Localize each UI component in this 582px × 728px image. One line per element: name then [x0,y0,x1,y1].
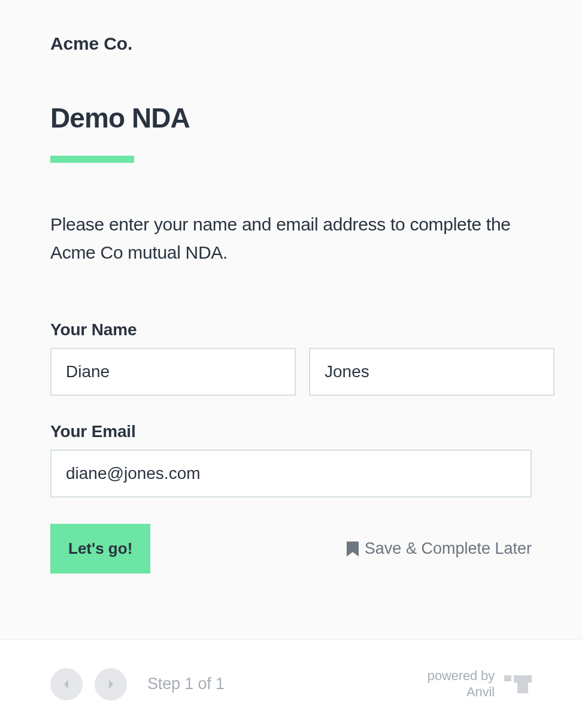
accent-divider [50,156,134,163]
footer-right: powered by Anvil [428,668,532,700]
page-title: Demo NDA [50,102,532,134]
step-indicator: Step 1 of 1 [147,675,225,693]
email-label: Your Email [50,422,532,441]
submit-button[interactable]: Let's go! [50,524,150,574]
chevron-right-icon [106,678,116,690]
email-input[interactable] [50,450,532,498]
name-label: Your Name [50,320,532,339]
anvil-logo-icon [504,675,532,693]
company-name: Acme Co. [50,34,532,54]
last-name-input[interactable] [309,348,554,396]
action-row: Let's go! Save & Complete Later [50,524,532,574]
svg-rect-0 [504,675,511,681]
powered-by-line2: Anvil [428,684,495,700]
footer: Step 1 of 1 powered by Anvil [0,639,582,728]
powered-by-text: powered by Anvil [428,668,495,700]
chevron-left-icon [62,678,71,690]
prev-step-button[interactable] [50,668,83,700]
name-field-group: Your Name [50,320,532,396]
first-name-input[interactable] [50,348,296,396]
powered-by-line1: powered by [428,668,495,684]
next-step-button[interactable] [95,668,127,700]
main-content: Acme Co. Demo NDA Please enter your name… [0,0,582,639]
save-later-button[interactable]: Save & Complete Later [347,539,532,558]
save-later-label: Save & Complete Later [365,539,532,558]
name-row [50,348,532,396]
email-field-group: Your Email [50,422,532,498]
instructions-text: Please enter your name and email address… [50,211,532,266]
bookmark-icon [347,541,359,557]
footer-left: Step 1 of 1 [50,668,225,700]
